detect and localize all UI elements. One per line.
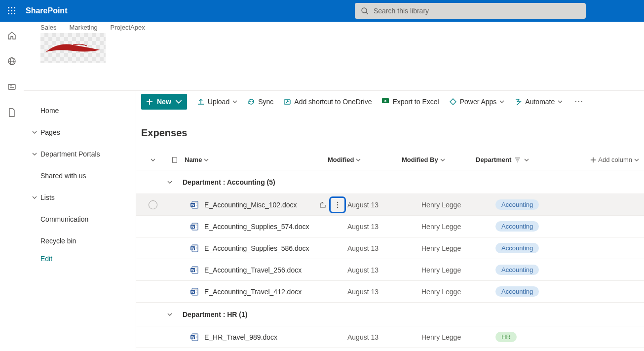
table-header: Name Modified Modified By Department Add… <box>136 150 644 170</box>
export-excel-button[interactable]: Export to Excel <box>381 97 439 106</box>
file-name-cell[interactable]: E_Accounting_Supplies_586.docx <box>204 242 347 254</box>
department-pill: Accounting <box>495 221 539 232</box>
export-label: Export to Excel <box>392 98 439 106</box>
column-modified[interactable]: Modified <box>328 156 402 163</box>
automate-button[interactable]: Automate <box>514 98 563 106</box>
new-button-label: New <box>157 98 171 106</box>
nav-item[interactable]: Lists <box>24 187 136 208</box>
group-label: Department : Accounting (5) <box>183 178 275 186</box>
column-name[interactable]: Name <box>185 156 328 163</box>
automate-label: Automate <box>525 98 555 106</box>
excel-icon <box>381 97 389 106</box>
word-doc-icon <box>185 222 204 231</box>
nav-item[interactable]: Communication <box>24 208 136 230</box>
department-cell: HR <box>495 332 574 342</box>
chevron-down-icon <box>165 180 175 185</box>
file-name-cell[interactable]: E_Accounting_Travel_256.docx <box>204 264 347 276</box>
plus-icon <box>146 98 153 105</box>
chevron-down-icon <box>165 312 175 317</box>
file-name-cell[interactable]: E_Accounting_Travel_412.docx <box>204 286 347 298</box>
nav-item-label: Department Portals <box>40 150 100 158</box>
department-cell: Accounting <box>495 265 574 275</box>
department-pill: Accounting <box>495 243 539 253</box>
modified-by-cell: Henry Legge <box>421 288 495 296</box>
modified-cell: August 13 <box>347 266 421 274</box>
more-actions-button[interactable] <box>332 199 343 211</box>
hub-nav-item[interactable]: ProjectApex <box>111 24 145 31</box>
rail-home-icon[interactable] <box>6 30 18 41</box>
nav-item-label: Lists <box>40 194 55 201</box>
library-title: Expenses <box>136 127 644 139</box>
share-icon[interactable] <box>317 199 329 211</box>
nav-item-label: Communication <box>40 215 88 223</box>
file-row[interactable]: E_HR_Travel_989.docxAugust 13Henry Legge… <box>136 326 644 348</box>
main-panel: New Upload Sync Add shortcut to O <box>136 91 644 351</box>
file-name: E_Accounting_Travel_412.docx <box>204 288 317 296</box>
file-name-cell[interactable]: E_Accounting_Supplies_574.docx <box>204 221 347 233</box>
site-logo <box>40 33 106 63</box>
group-header[interactable]: Department : HR (1) <box>136 303 644 326</box>
file-name: E_Accounting_Supplies_574.docx <box>204 223 317 231</box>
nav-item-label: Pages <box>40 128 60 136</box>
nav-item[interactable]: Department Portals <box>24 143 136 165</box>
powerapps-label: Power Apps <box>460 98 497 106</box>
chevron-down-icon <box>634 157 639 162</box>
nav-item[interactable]: Recycle bin <box>24 230 136 252</box>
sync-button[interactable]: Sync <box>247 98 273 106</box>
chevron-down-icon <box>440 157 445 162</box>
department-pill: HR <box>495 332 517 342</box>
chevron-down-icon <box>29 130 40 135</box>
library-body: Expenses Name Modified Modified By Depar… <box>136 113 644 351</box>
group-label: Department : HR (1) <box>183 311 247 318</box>
file-row[interactable]: E_Accounting_Supplies_574.docxAugust 13H… <box>136 216 644 237</box>
chevron-down-icon <box>499 99 504 104</box>
power-apps-button[interactable]: Power Apps <box>449 98 505 106</box>
column-department[interactable]: Department <box>476 156 555 163</box>
file-name-cell[interactable]: E_Accounting_Misc_102.docx <box>204 199 347 211</box>
nav-item[interactable]: Shared with us <box>24 165 136 187</box>
rail-globe-icon[interactable] <box>6 55 18 67</box>
new-button[interactable]: New <box>141 94 187 110</box>
shortcut-icon <box>283 98 291 106</box>
department-pill: Accounting <box>495 199 539 210</box>
rail-files-icon[interactable] <box>6 107 18 118</box>
shortcut-label: Add shortcut to OneDrive <box>294 98 372 106</box>
department-pill: Accounting <box>495 286 539 297</box>
group-header[interactable]: Department : Accounting (5) <box>136 170 644 194</box>
nav-item[interactable]: Pages <box>24 121 136 143</box>
department-cell: Accounting <box>495 286 574 297</box>
powerapps-icon <box>449 98 457 106</box>
file-name-cell[interactable]: E_HR_Travel_989.docx <box>204 331 347 343</box>
department-cell: Accounting <box>495 199 574 210</box>
app-launcher-icon[interactable] <box>4 3 20 19</box>
file-row[interactable]: E_Accounting_Travel_256.docxAugust 13Hen… <box>136 259 644 281</box>
nav-item[interactable]: Home <box>24 100 136 121</box>
column-filetype[interactable] <box>165 156 185 163</box>
select-toggle[interactable] <box>141 200 165 209</box>
shortcut-button[interactable]: Add shortcut to OneDrive <box>283 98 372 106</box>
search-input[interactable] <box>374 7 580 15</box>
file-row[interactable]: E_Accounting_Supplies_586.docxAugust 13H… <box>136 237 644 259</box>
sync-icon <box>247 98 255 106</box>
upload-button[interactable]: Upload <box>197 98 237 106</box>
rail-news-icon[interactable] <box>6 81 18 93</box>
command-bar: New Upload Sync Add shortcut to O <box>136 91 644 113</box>
add-column-button[interactable]: Add column <box>555 156 644 163</box>
site-header: Sales Marketing ProjectApex <box>24 22 644 91</box>
modified-by-cell: Henry Legge <box>421 223 495 231</box>
search-box[interactable] <box>355 3 586 19</box>
hub-nav-item[interactable]: Sales <box>40 24 57 31</box>
column-modified-by[interactable]: Modified By <box>402 156 476 163</box>
edit-nav-link[interactable]: Edit <box>24 255 136 263</box>
app-rail <box>0 22 24 351</box>
chevron-down-icon <box>29 152 40 156</box>
more-commands-button[interactable]: ··· <box>574 96 583 107</box>
chevron-down-icon <box>232 99 237 104</box>
file-row[interactable]: E_Accounting_Misc_102.docxAugust 13Henry… <box>136 194 644 216</box>
expand-all-toggle[interactable] <box>141 157 165 162</box>
upload-icon <box>197 98 205 106</box>
file-row[interactable]: E_Accounting_Travel_412.docxAugust 13Hen… <box>136 281 644 303</box>
modified-by-cell: Henry Legge <box>421 201 495 209</box>
modified-cell: August 13 <box>347 223 421 231</box>
hub-nav-item[interactable]: Marketing <box>70 24 98 31</box>
